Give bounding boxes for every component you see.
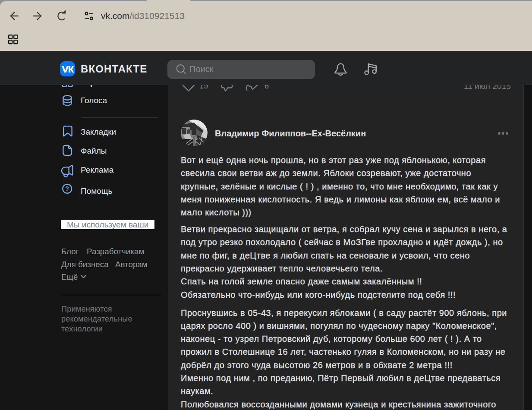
svg-text:?: ? (65, 185, 69, 192)
